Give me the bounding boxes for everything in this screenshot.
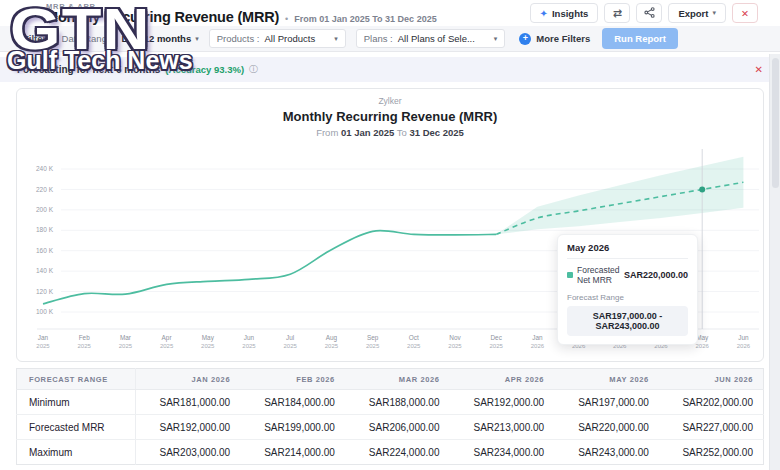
svg-text:2025: 2025 [325,343,339,349]
table-row-forecasted-mrr: Forecasted MRR SAR192,000.00 SAR199,000.… [17,415,764,440]
svg-text:2026: 2026 [737,343,751,349]
svg-text:Feb: Feb [79,334,90,341]
col-jan-2026: JAN 2026 [136,369,241,390]
forecast-table: FORECAST RANGE JAN 2026 FEB 2026 MAR 202… [16,368,764,465]
chevron-down-icon: ▾ [195,35,199,43]
share-icon [644,7,655,20]
date-range-filter[interactable]: Date Range : Last 12 months ▾ [62,33,199,44]
chart-title: Monthly Recurring Revenue (MRR) [17,109,763,124]
insights-button[interactable]: ✦ Insights [530,3,599,23]
table-row-maximum: Maximum SAR203,000.00 SAR214,000.00 SAR2… [17,440,764,465]
svg-text:2025: 2025 [78,343,92,349]
forecast-banner-text: Forecasting for next 6 months [17,64,160,75]
svg-text:2025: 2025 [490,343,504,349]
col-feb-2026: FEB 2026 [240,369,345,390]
col-forecast-range: FORECAST RANGE [17,369,136,390]
svg-text:May: May [696,334,709,342]
chevron-down-icon: ▾ [334,35,338,43]
svg-text:100 K: 100 K [36,308,54,315]
col-apr-2026: APR 2026 [449,369,554,390]
title-separator: • [285,14,288,24]
svg-text:Jun: Jun [244,334,255,341]
products-label: Products : [217,33,260,44]
table-header-row: FORECAST RANGE JAN 2026 FEB 2026 MAR 202… [17,369,764,390]
svg-text:180 K: 180 K [36,226,54,233]
tooltip-series-value: SAR220,000.00 [624,270,688,280]
scrollbar-thumb[interactable] [772,58,779,188]
filters-bar: Filters Date Range : Last 12 months ▾ Pr… [0,26,780,52]
svg-text:Jan: Jan [532,334,543,341]
close-report-button[interactable]: ✕ [732,3,758,23]
forecast-banner: Forecasting for next 6 months (Accuracy … [0,57,780,82]
tooltip-divider [567,258,688,259]
products-value: All Products [264,33,315,44]
report-date-range: From 01 Jan 2025 To 31 Dec 2025 [294,14,436,24]
series-marker-icon [567,272,573,278]
filters-toggle[interactable]: Filters [10,33,52,44]
chart-company: Zylker [17,96,763,106]
more-filters-label: More Filters [536,33,590,44]
page: MRR & ARR Monthly Recurring Revenue (MRR… [0,0,780,470]
compare-button[interactable]: ⇄ [604,3,630,23]
svg-text:Sep: Sep [367,334,379,342]
run-report-button[interactable]: Run Report [602,28,678,49]
svg-text:2025: 2025 [284,343,298,349]
table-row-minimum: Minimum SAR181,000.00 SAR184,000.00 SAR1… [17,390,764,415]
insights-label: Insights [552,8,588,19]
svg-text:Jan: Jan [38,334,49,341]
svg-text:Dec: Dec [491,334,503,341]
export-label: Export [678,8,708,19]
svg-text:Apr: Apr [162,334,173,342]
svg-text:Jun: Jun [738,334,749,341]
svg-text:Mar: Mar [120,334,132,341]
tooltip-range-label: Forecast Range [567,293,688,302]
scrollbar[interactable] [769,54,780,470]
svg-text:240 K: 240 K [36,165,54,172]
products-filter[interactable]: Products : All Products ▾ [209,29,346,48]
svg-text:2025: 2025 [366,343,380,349]
svg-text:200 K: 200 K [36,206,54,213]
tooltip-title: May 2026 [567,242,688,253]
svg-text:Jul: Jul [286,334,294,341]
top-header: MRR & ARR Monthly Recurring Revenue (MRR… [0,0,780,26]
plans-label: Plans : [364,33,393,44]
svg-text:Oct: Oct [409,334,419,341]
filters-label: Filters [23,33,52,44]
svg-text:2025: 2025 [407,343,421,349]
plans-value: All Plans of Sele... [398,33,475,44]
forecast-accuracy: (Accuracy 93.3%) [165,64,244,75]
date-range-value: Last 12 months [122,33,192,44]
plans-filter[interactable]: Plans : All Plans of Sele... ▾ [356,29,506,48]
date-range-label: Date Range : [62,33,118,44]
sparkle-icon: ✦ [540,8,548,19]
tooltip-range-value: SAR197,000.00 - SAR243,000.00 [567,306,688,336]
svg-text:2025: 2025 [242,343,256,349]
share-button[interactable] [636,3,662,23]
svg-text:2025: 2025 [36,343,50,349]
svg-text:2026: 2026 [696,343,710,349]
svg-text:Nov: Nov [449,334,461,341]
svg-text:Aug: Aug [326,334,338,342]
chart-tooltip: May 2026 Forecasted Net MRR SAR220,000.0… [557,234,698,345]
info-icon[interactable]: ⓘ [249,63,258,76]
chevron-down-icon: ▾ [712,9,716,17]
svg-text:2025: 2025 [448,343,462,349]
plus-circle-icon: + [519,33,531,45]
chart-card: Zylker Monthly Recurring Revenue (MRR) F… [16,88,764,362]
funnel-icon [10,33,19,44]
tooltip-series-label: Forecasted Net MRR [577,265,620,285]
svg-text:220 K: 220 K [36,186,54,193]
svg-text:160 K: 160 K [36,247,54,254]
svg-text:2026: 2026 [531,343,545,349]
col-jun-2026: JUN 2026 [659,369,764,390]
more-filters-button[interactable]: + More Filters [519,33,590,45]
banner-close-icon[interactable]: ✕ [755,64,763,75]
chevron-down-icon: ▾ [494,35,498,43]
export-button[interactable]: Export ▾ [668,3,726,23]
svg-text:2025: 2025 [160,343,174,349]
col-mar-2026: MAR 2026 [345,369,450,390]
svg-text:2025: 2025 [201,343,215,349]
svg-text:2025: 2025 [119,343,133,349]
svg-text:May: May [202,334,215,342]
svg-text:120 K: 120 K [36,288,54,295]
